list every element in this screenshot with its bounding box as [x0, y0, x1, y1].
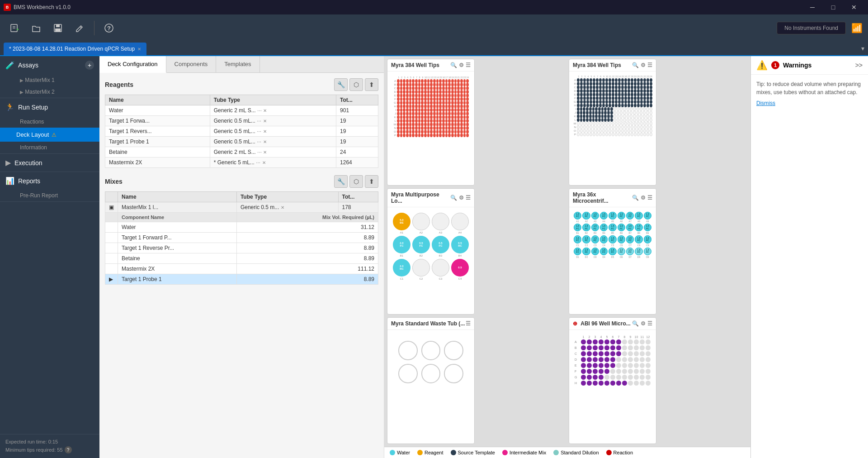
search-icon-96[interactable]: 🔍 [632, 320, 639, 327]
legend-dot-reaction [606, 450, 612, 455]
help-button[interactable]: ? [100, 19, 118, 37]
sidebar-item-mastermix1[interactable]: ▶ MasterMix 1 [0, 74, 99, 86]
reagents-fill-button[interactable]: ⬡ [349, 78, 363, 91]
search-icon-mp[interactable]: 🔍 [450, 195, 457, 201]
legend-standard-dilution: Standard Dilution [553, 450, 599, 455]
gear-icon-384d[interactable]: ⚙ [641, 62, 646, 68]
sidebar-item-mastermix2[interactable]: ▶ MasterMix 2 [0, 86, 99, 98]
reagents-actions: 🔧 ⬡ ⬆ [334, 78, 378, 91]
reagents-export-button[interactable]: ⬆ [365, 78, 378, 91]
waste-well-3 [444, 341, 463, 360]
warning-icon: ⚠️ [756, 60, 768, 71]
plate-384-dark: 123456789101112131415161718192021222324A… [573, 75, 652, 136]
legend-dot-standard-dilution [553, 450, 559, 455]
table-row[interactable]: Mastermix 2X * Generic 5 mL... ··· ✕ 126… [105, 157, 378, 168]
mixes-col-tube-type: Tube Type [236, 192, 338, 202]
warnings-header: ⚠️ 1 Warnings >> [751, 56, 868, 75]
reports-label: Reports [18, 177, 40, 185]
deck-layout-label: Deck Layout [16, 131, 49, 138]
legend-intermediate-mix: Intermediate Mix [502, 450, 546, 455]
deck-card-384-red-title: Myra 384 Well Tips [391, 62, 439, 68]
assays-header[interactable]: 🧪 Assays + [0, 56, 99, 74]
legend-reaction: Reaction [606, 450, 633, 455]
mix-component-probe[interactable]: ▶ Target 1 Probe 1 8.89 [105, 274, 378, 285]
reagents-col-total: Tot... [336, 95, 378, 105]
save-button[interactable] [49, 19, 67, 37]
deck-card-microcentrifuge: Myra 36x Microcentrif... 🔍 ⚙ ☰ 1.5 FCA11… [569, 188, 656, 315]
run-setup-icon: 🏃 [5, 103, 14, 111]
svg-text:?: ? [107, 25, 111, 32]
menu-icon-384r[interactable]: ☰ [466, 62, 471, 68]
mix-component-reverse: Target 1 Reverse Pr... 8.89 [105, 243, 378, 253]
search-icon-384r[interactable]: 🔍 [450, 62, 457, 68]
title-bar-controls: ─ □ ✕ [802, 0, 864, 14]
main-tab[interactable]: * 2023-08-08 14.28.01 Reaction Driven qP… [4, 43, 146, 55]
deck-grid: Myra 384 Well Tips 🔍 ⚙ ☰ 123456789101112… [384, 56, 750, 447]
sidebar-item-deck-layout[interactable]: Deck Layout ⚠ [0, 128, 99, 142]
gear-icon-96[interactable]: ⚙ [641, 320, 646, 327]
expected-run-time: Expected run time: 0:15 [5, 439, 94, 444]
table-row[interactable]: Target 1 Forwa... Generic 0.5 mL... ··· … [105, 116, 378, 126]
menu-icon-96[interactable]: ☰ [647, 320, 652, 327]
minimum-tips: Minimum tips required: 55 [5, 447, 63, 453]
reagents-section-header: Reagents 🔧 ⬡ ⬆ [105, 78, 378, 91]
app-title: BMS Workbench v1.0.0 [14, 4, 71, 10]
toolbar-right: No Instruments Found 📶 [777, 22, 863, 34]
search-icon-384d[interactable]: 🔍 [632, 62, 639, 68]
deck-card-384-red: Myra 384 Well Tips 🔍 ⚙ ☰ 123456789101112… [387, 59, 475, 186]
edit-button[interactable] [71, 19, 89, 37]
mix-row[interactable]: ▣ MasterMix 1 l... Generic 0.5 m... ✕ 17… [105, 202, 378, 213]
mixes-export-button[interactable]: ⬆ [365, 175, 378, 188]
dismiss-link[interactable]: Dismiss [756, 99, 863, 107]
search-icon-micro[interactable]: 🔍 [632, 195, 639, 201]
svg-rect-7 [55, 29, 61, 32]
table-row[interactable]: Betaine Generic 2 mL S... ··· ✕ 24 [105, 147, 378, 157]
gear-icon-mp[interactable]: ⚙ [459, 195, 464, 201]
menu-icon-micro[interactable]: ☰ [647, 195, 652, 201]
tab-scroll-right[interactable]: ▾ [861, 45, 868, 52]
run-setup-header[interactable]: 🏃 Run Setup [0, 98, 99, 116]
tab-templates[interactable]: Templates [216, 56, 259, 72]
execution-label: Execution [14, 159, 42, 167]
legend-reagent: Reagent [417, 450, 443, 455]
sidebar-item-information[interactable]: Information [0, 142, 99, 153]
reagents-wrench-button[interactable]: 🔧 [334, 78, 348, 91]
assays-add-button[interactable]: + [85, 61, 94, 70]
table-row[interactable]: Target 1 Probe 1 Generic 0.5 mL... ··· ✕… [105, 137, 378, 147]
multipurpose-body: 5.0 BEA1A2A3A42.0 FCB10.5 FCB20.5 FCB30.… [387, 207, 474, 315]
micro-body: 1.5 FCA11.5 FCA21.5 FCA31.5 FCA41.5 FCA5… [569, 207, 656, 315]
tab-bar: * 2023-08-08 14.28.01 Reaction Driven qP… [0, 42, 868, 56]
warnings-collapse-button[interactable]: >> [855, 62, 863, 69]
warning-content: Tip: to reduce dead volume when preparin… [751, 75, 868, 113]
toolbar-left: ? [5, 19, 118, 37]
close-button[interactable]: ✕ [844, 0, 864, 14]
sidebar-item-pre-run-report[interactable]: Pre-Run Report [0, 190, 99, 201]
deck-visualization: Myra 384 Well Tips 🔍 ⚙ ☰ 123456789101112… [384, 56, 750, 458]
gear-icon-micro[interactable]: ⚙ [641, 195, 646, 201]
sidebar-item-reactions[interactable]: Reactions [0, 116, 99, 128]
gear-icon-384r[interactable]: ⚙ [459, 62, 464, 68]
mixes-wrench-button[interactable]: 🔧 [334, 175, 348, 188]
minimize-button[interactable]: ─ [802, 0, 823, 14]
tab-deck-configuration[interactable]: Deck Configuration [99, 56, 166, 73]
open-button[interactable] [27, 19, 45, 37]
app-icon: B [4, 4, 11, 11]
96well-grid: 123456789101112ABCDEFGH [573, 334, 652, 388]
mixes-fill-button[interactable]: ⬡ [349, 175, 363, 188]
tips-help-icon[interactable]: ? [65, 446, 72, 453]
execution-header[interactable]: ▶ Execution [0, 154, 99, 172]
maximize-button[interactable]: □ [823, 0, 844, 14]
new-button[interactable] [5, 19, 24, 37]
mix-sub-header: Component Name Mix Vol. Required (µL) [105, 213, 378, 222]
wifi-icon: 📶 [851, 23, 863, 33]
table-row[interactable]: Water Generic 2 mL S... ··· ✕ 901 [105, 105, 378, 116]
table-row[interactable]: Target 1 Revers... Generic 0.5 mL... ···… [105, 126, 378, 137]
tab-components[interactable]: Components [166, 56, 217, 72]
reports-header[interactable]: 📊 Reports [0, 172, 99, 190]
tab-close-icon[interactable]: ✕ [137, 47, 141, 52]
menu-icon-mp[interactable]: ☰ [466, 195, 471, 201]
menu-icon-waste[interactable]: ☰ [466, 320, 471, 327]
menu-icon-384d[interactable]: ☰ [647, 62, 652, 68]
mixes-col-name: Name [118, 192, 237, 202]
deck-card-384-dark-title: Myra 384 Well Tips [573, 62, 621, 68]
